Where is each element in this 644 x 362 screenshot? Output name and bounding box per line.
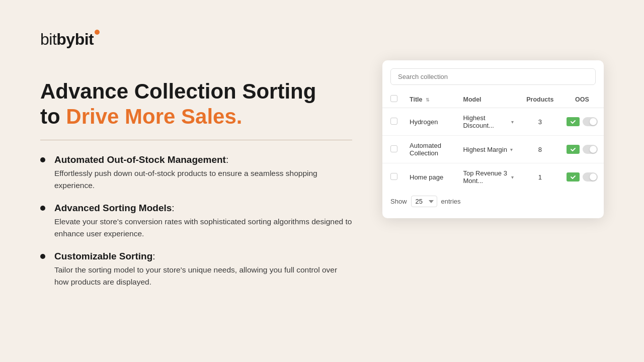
logo-text: bitbybit [40, 30, 100, 49]
table-header: Title ⇅ Model Products OOS [382, 91, 604, 108]
row3-oos-toggle[interactable] [567, 172, 598, 182]
bullet-1 [40, 157, 45, 162]
col-products-header: Products [520, 91, 560, 108]
row3-products: 1 [520, 163, 560, 191]
header-checkbox[interactable] [390, 95, 397, 102]
row3-toggle-handle[interactable] [583, 172, 598, 182]
col-model-header: Model [457, 91, 519, 108]
row2-checkbox[interactable] [390, 145, 397, 152]
sort-icon-title: ⇅ [426, 98, 430, 103]
feature-item-3: Customizable Sorting: Tailor the sorting… [40, 251, 352, 288]
row3-model: Top Revenue 3 Mont... ▾ [457, 163, 519, 191]
headline: Advance Collection Sorting to Drive More… [40, 79, 352, 130]
table-footer: Show 25 50 100 entries [382, 191, 604, 212]
feature-title-3: Customizable Sorting [54, 251, 152, 261]
row2-oos-toggle[interactable] [567, 145, 598, 154]
row2-oos-check [567, 145, 580, 154]
feature-desc-3: Tailor the sorting model to your store's… [54, 264, 352, 288]
feature-item-2: Advanced Sorting Models: Elevate your st… [40, 203, 352, 240]
feature-desc-2: Elevate your store's conversion rates wi… [54, 216, 352, 240]
search-input[interactable] [390, 68, 596, 85]
row1-checkbox-cell [382, 108, 404, 136]
row1-oos-check [567, 117, 580, 126]
row3-oos [560, 163, 604, 191]
ui-panel: Title ⇅ Model Products OOS [382, 60, 604, 218]
chevron-down-icon: ▾ [511, 174, 514, 180]
headline-line2-orange: Drive More Sales. [66, 105, 242, 128]
search-bar-wrapper [382, 68, 604, 91]
logo: bitbybit [40, 30, 352, 49]
col-title-header: Title ⇅ [404, 91, 457, 108]
row1-oos [560, 108, 604, 136]
col-oos-header: OOS [560, 91, 604, 108]
entries-select[interactable]: 25 50 100 [411, 196, 437, 207]
feature-content-1: Automated Out-of-Stock Management: Effor… [54, 154, 352, 192]
collections-table: Title ⇅ Model Products OOS [382, 91, 604, 191]
entries-label: entries [441, 198, 461, 205]
feature-content-3: Customizable Sorting: Tailor the sorting… [54, 251, 352, 288]
logo-bit-after: bit [75, 30, 94, 48]
row1-model-dropdown[interactable]: Highest Discount... ▾ [463, 114, 513, 129]
headline-line1: Advance Collection Sorting [40, 79, 316, 103]
row1-products: 3 [520, 108, 560, 136]
feature-item-1: Automated Out-of-Stock Management: Effor… [40, 154, 352, 192]
col-checkbox [382, 91, 404, 108]
right-column: Title ⇅ Model Products OOS [382, 20, 604, 218]
divider [40, 140, 352, 141]
feature-colon-1: : [226, 154, 228, 165]
table-row: Automated Collection Highest Margin ▾ 8 [382, 136, 604, 163]
feature-colon-2: : [172, 203, 174, 213]
row1-model: Highest Discount... ▾ [457, 108, 519, 136]
row1-toggle-handle[interactable] [583, 117, 598, 126]
show-label: Show [390, 198, 407, 205]
row3-title: Home page [404, 163, 457, 191]
row1-oos-toggle[interactable] [567, 117, 598, 126]
headline-line2-prefix: to [40, 105, 66, 128]
row1-title: Hydrogen [404, 108, 457, 136]
row3-checkbox[interactable] [390, 173, 397, 180]
row2-title: Automated Collection [404, 136, 457, 163]
feature-title-1: Automated Out-of-Stock Management [54, 154, 226, 165]
row2-products: 8 [520, 136, 560, 163]
logo-by: by [56, 30, 74, 48]
feature-title-2: Advanced Sorting Models [54, 203, 172, 213]
table-body: Hydrogen Highest Discount... ▾ 3 [382, 108, 604, 191]
logo-bit-before: bit [40, 30, 56, 48]
row2-oos [560, 136, 604, 163]
bullet-2 [40, 206, 45, 211]
page-wrapper: bitbybit Advance Collection Sorting to D… [0, 0, 644, 362]
logo-dot [95, 30, 100, 35]
row3-model-dropdown[interactable]: Top Revenue 3 Mont... ▾ [463, 169, 513, 185]
row2-toggle-handle[interactable] [583, 145, 598, 154]
row3-oos-check [567, 172, 580, 182]
row1-checkbox[interactable] [390, 118, 397, 125]
table-wrapper: Title ⇅ Model Products OOS [382, 91, 604, 191]
table-row: Home page Top Revenue 3 Mont... ▾ 1 [382, 163, 604, 191]
row2-checkbox-cell [382, 136, 404, 163]
feature-desc-1: Effortlessly push down out-of-stock prod… [54, 167, 352, 192]
row2-model-dropdown[interactable]: Highest Margin ▾ [463, 146, 513, 153]
left-column: bitbybit Advance Collection Sorting to D… [40, 20, 382, 299]
row2-model: Highest Margin ▾ [457, 136, 519, 163]
feature-content-2: Advanced Sorting Models: Elevate your st… [54, 203, 352, 240]
header-row: Title ⇅ Model Products OOS [382, 91, 604, 108]
row3-checkbox-cell [382, 163, 404, 191]
table-row: Hydrogen Highest Discount... ▾ 3 [382, 108, 604, 136]
bullet-3 [40, 254, 45, 259]
chevron-down-icon: ▾ [510, 147, 513, 152]
feature-colon-3: : [152, 251, 155, 261]
chevron-down-icon: ▾ [511, 119, 514, 125]
features-list: Automated Out-of-Stock Management: Effor… [40, 154, 352, 288]
